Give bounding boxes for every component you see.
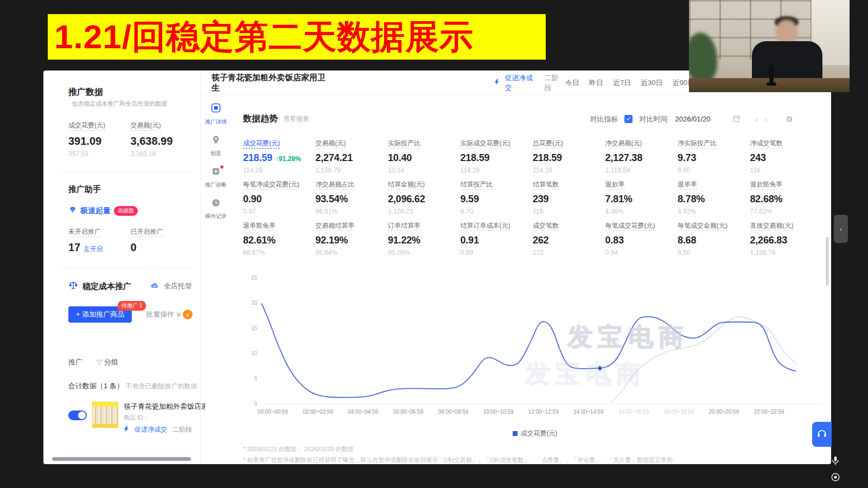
settings-gear-icon[interactable]: ⚙	[786, 114, 793, 124]
metric-subvalue: 96.61%	[316, 208, 388, 215]
metric-subvalue: 1,108.23	[388, 208, 461, 215]
metric-cell[interactable]: 实际投产比 10.40 10.14	[388, 138, 461, 172]
vertical-scrollbar[interactable]	[826, 237, 829, 286]
metric-cell[interactable]: 交易额结算率 92.19% 95.64%	[316, 220, 388, 254]
y-axis-tick: 5	[254, 376, 257, 382]
product-thumbnail[interactable]	[92, 402, 118, 428]
metric-cell[interactable]: 结算金额(元) 2,096.62 1,108.23	[388, 179, 461, 213]
metric-value: 0.91	[461, 235, 479, 246]
tab-stable-cost[interactable]: 稳定成本推广	[82, 281, 131, 292]
metric-subvalue: 0.94	[605, 249, 678, 256]
promo-toggle[interactable]	[68, 410, 87, 420]
next-day-button[interactable]: ›	[765, 114, 768, 124]
prev-day-button[interactable]: ‹	[756, 114, 758, 124]
metric-value: 91.22%	[388, 235, 420, 246]
chart-legend: 成交花费(元)	[243, 429, 827, 438]
metric-cell[interactable]: 退单豁免率 82.61% 66.67%	[243, 220, 316, 254]
data-point-marker[interactable]	[597, 365, 602, 371]
metric-value: 0.90	[243, 194, 261, 205]
metric-cell[interactable]: 每笔成交花费(元) 0.83 0.94	[605, 220, 678, 254]
compare-metric-label[interactable]: 对比指标	[590, 114, 618, 124]
metric-cell[interactable]: 实际成交花费(元) 218.59 114.28	[461, 138, 533, 172]
metric-label: 退款豁免率	[750, 181, 783, 190]
metric-label: 总花费(元)	[533, 139, 563, 149]
metric-value: 218.59	[533, 152, 562, 164]
series-line	[611, 317, 796, 403]
left-rail: 推广详情 创意 推广诊断 操作记录	[201, 95, 231, 464]
stage-label: 二阶段	[545, 73, 565, 93]
metric-cell[interactable]: 结算笔数 239 116	[533, 179, 605, 213]
metric-cell[interactable]: 净实际投产比 9.73 9.80	[678, 138, 750, 172]
metrics-grid: 成交花费(元) 218.59↑91.28% 114.28 交易额(元) 2,27…	[243, 138, 822, 254]
metric-cell[interactable]: 交易额(元) 2,274.21 1,158.79	[316, 138, 388, 172]
x-axis-tick: 14:00~14:59	[573, 409, 604, 415]
metric-cell[interactable]: 退单率 8.78% 4.92%	[678, 179, 750, 213]
metric-cell[interactable]: 净交易额占比 93.54% 96.61%	[316, 179, 388, 213]
net-deal-link[interactable]: 促进净成交	[135, 425, 167, 434]
calendar-icon[interactable]	[732, 114, 741, 124]
metric-cell[interactable]: 结算订单成本(元) 0.91 0.99	[461, 220, 533, 254]
metric-cell[interactable]: 成交笔数 262 122	[533, 220, 605, 254]
note-line: * 如果推广在暂停或删除前已经获得了曝光，那么在暂停或删除后依旧展示「(净)交易…	[243, 454, 815, 464]
bolt-icon	[494, 79, 500, 87]
speed-boost-row[interactable]: 极速起量 高级版	[68, 206, 193, 216]
rail-item-promo-detail[interactable]: 推广详情	[204, 102, 228, 126]
rail-item-history[interactable]: 操作记录	[204, 198, 228, 220]
metric-value: 2,127.38	[605, 152, 642, 164]
record-control-icon[interactable]	[828, 470, 843, 485]
add-promo-product-button[interactable]: + 添加推广商品 待推广 1	[68, 306, 132, 323]
x-axis-tick: 00:00~00:59	[258, 409, 288, 415]
webcam-microphone	[769, 65, 774, 84]
metric-label: 直接交易额(元)	[750, 222, 794, 231]
compare-time-checkbox[interactable]: ✓	[624, 115, 633, 123]
date-tab[interactable]: 昨日	[589, 78, 603, 88]
metric-cell[interactable]: 总花费(元) 218.59 114.28	[533, 138, 605, 172]
rail-item-diagnose[interactable]: 推广诊断	[204, 166, 228, 189]
metric-cell[interactable]: 订单结算率 91.22% 95.08%	[388, 220, 461, 254]
metric-label[interactable]: 交易额(元)	[131, 121, 161, 131]
customer-service-float-button[interactable]	[812, 422, 832, 447]
batch-actions-dropdown[interactable]: 批量操作 ∨	[146, 310, 181, 319]
metric-cell[interactable]: 退款豁免率 82.68% 77.63%	[750, 179, 823, 213]
metric-label[interactable]: 成交花费(元)	[68, 121, 105, 131]
trend-chart[interactable]: 051015202500:00~00:5902:00~02:5904:00~04…	[243, 266, 827, 429]
panel-collapse-tab[interactable]: ‹	[834, 215, 848, 243]
metric-label[interactable]: 未开启推广	[68, 228, 101, 237]
legend-label: 成交花费(元)	[521, 429, 558, 438]
list-filter-row: 推广 ▽ 分组	[68, 357, 193, 367]
go-enable-link[interactable]: 去开启	[84, 245, 103, 253]
filter-promo-label[interactable]: 推广	[68, 357, 82, 367]
metric-cell[interactable]: 直接交易额(元) 2,266.83 1,158.79	[750, 220, 823, 254]
metric-cell[interactable]: 净交易额(元) 2,127.38 1,119.54	[605, 138, 678, 172]
metric-value: 9.73	[678, 152, 696, 164]
history-icon	[211, 198, 221, 210]
group-dropdown[interactable]: ▽ 分组	[97, 357, 118, 367]
net-deal-link[interactable]: 促进净成交	[505, 73, 539, 93]
date-tab[interactable]: 今日	[565, 78, 579, 88]
x-axis-tick: 22:00~22:59	[754, 409, 784, 415]
stage-label: 二阶段	[173, 425, 192, 434]
promo-data-subtitle: 包含稳定成本推广和全店托管的数据	[72, 100, 167, 107]
view-report-link[interactable]: 查看报表	[283, 114, 309, 124]
sidebar-horizontal-scrollbar[interactable]	[52, 457, 191, 461]
metric-cell[interactable]: 净成交笔数 243 118	[750, 138, 823, 172]
compare-date-value[interactable]: 2026/01/20	[675, 115, 710, 123]
date-range-tabs: 今日昨日近7日近30日近90日	[565, 78, 694, 88]
date-tab[interactable]: 近7日	[613, 78, 631, 88]
rail-item-creative[interactable]: 创意	[210, 135, 222, 157]
metric-cell[interactable]: 退款率 7.81% 4.36%	[605, 179, 678, 213]
metric-label[interactable]: 已开启推广	[131, 228, 163, 237]
metric-cell[interactable]: 结算投产比 9.59 9.70	[461, 179, 533, 213]
metric-value: 391.09	[68, 135, 131, 147]
metric-cell[interactable]: 每笔成交金额(元) 8.68 9.50	[678, 220, 750, 254]
metric-cell[interactable]: 每笔净成交花费(元) 0.90 0.97	[243, 179, 316, 213]
mic-control-icon[interactable]	[828, 453, 843, 468]
date-tab[interactable]: 近30日	[641, 78, 662, 88]
metric-cell[interactable]: 成交花费(元) 218.59↑91.28% 114.28	[243, 138, 316, 172]
trend-chart-svg: 051015202500:00~00:5902:00~02:5904:00~04…	[243, 266, 827, 429]
tab-full-store[interactable]: 全店托管	[164, 281, 192, 291]
series-line	[261, 303, 796, 397]
float-widget-badge[interactable]: v	[183, 310, 193, 319]
metric-value: 243	[750, 152, 766, 164]
product-title[interactable]: 筷子青花瓷加粗外卖饭店家用卫	[124, 402, 205, 412]
